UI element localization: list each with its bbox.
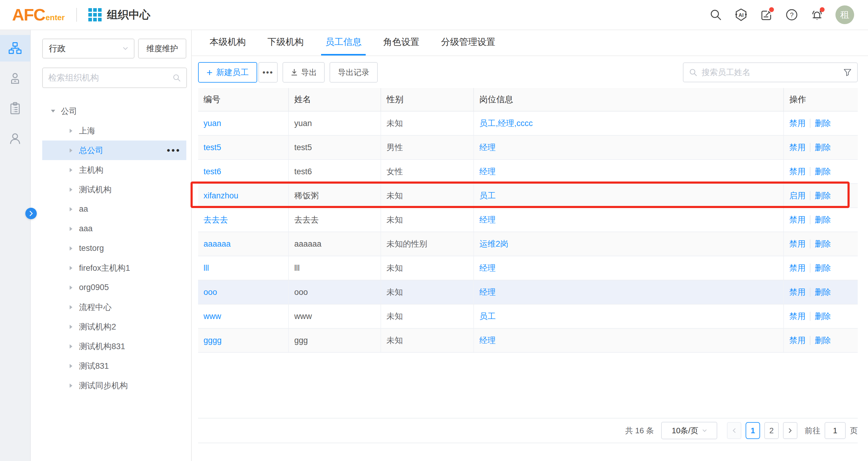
next-page-button[interactable] [783, 422, 798, 439]
disable-link[interactable]: 禁用 [789, 335, 806, 346]
delete-link[interactable]: 删除 [815, 239, 831, 249]
delete-link[interactable]: 删除 [815, 190, 831, 201]
delete-link[interactable]: 删除 [815, 335, 831, 346]
tab-employee-info[interactable]: 员工信息 [321, 30, 366, 56]
new-employee-button[interactable]: + 新建员工 [198, 62, 257, 83]
tree-item[interactable]: 测试机构2 [42, 317, 186, 336]
tree-item[interactable]: 测试机构 [42, 180, 186, 199]
caret-right-icon[interactable] [68, 227, 74, 231]
employee-id-link[interactable]: aaaaaa [198, 232, 289, 256]
dimension-select[interactable]: 行政 [42, 39, 134, 59]
positions-link[interactable]: 经理 [474, 136, 784, 159]
tree-item[interactable]: 流程中心 [42, 297, 186, 317]
disable-link[interactable]: 禁用 [789, 311, 806, 322]
employee-id-link[interactable]: gggg [198, 329, 289, 352]
caret-right-icon[interactable] [68, 344, 74, 348]
positions-link[interactable]: 员工 [474, 184, 784, 208]
delete-link[interactable]: 删除 [815, 142, 831, 153]
bell-icon[interactable] [810, 8, 824, 22]
delete-link[interactable]: 删除 [815, 311, 831, 322]
employee-id-link[interactable]: ooo [198, 280, 289, 304]
tree-item[interactable]: 测试同步机构 [42, 376, 186, 395]
caret-down-icon[interactable] [50, 110, 56, 113]
disable-link[interactable]: 禁用 [789, 118, 806, 129]
tab-role-settings[interactable]: 角色设置 [379, 30, 424, 56]
more-actions-icon[interactable]: ••• [167, 146, 181, 155]
employee-id-link[interactable]: test5 [198, 136, 289, 159]
tree-item[interactable]: 主机构 [42, 160, 186, 180]
employee-search-input[interactable] [702, 68, 843, 77]
caret-right-icon[interactable] [68, 207, 74, 211]
help-icon[interactable]: ? [785, 8, 799, 22]
employee-id-link[interactable]: test6 [198, 160, 289, 183]
avatar[interactable]: 租 [835, 5, 854, 24]
page-size-select[interactable]: 10条/页 [661, 422, 717, 439]
caret-right-icon[interactable] [68, 246, 74, 250]
employee-id-link[interactable]: xifanzhou [198, 184, 289, 208]
caret-right-icon[interactable] [68, 148, 74, 153]
more-actions-button[interactable]: ••• [258, 62, 278, 83]
export-records-button[interactable]: 导出记录 [330, 62, 378, 83]
panel-collapse-toggle[interactable] [25, 208, 37, 219]
caret-right-icon[interactable] [68, 168, 74, 172]
positions-link[interactable]: 经理 [474, 280, 784, 304]
delete-link[interactable]: 删除 [815, 214, 831, 225]
positions-link[interactable]: 运维2岗 [474, 232, 784, 256]
rail-item-users[interactable] [0, 125, 30, 152]
positions-link[interactable]: 员工,经理,cccc [474, 112, 784, 135]
delete-link[interactable]: 删除 [815, 287, 831, 298]
employee-id-link[interactable]: yuan [198, 112, 289, 135]
caret-right-icon[interactable] [68, 266, 74, 270]
tree-item[interactable]: 测试831 [42, 356, 186, 376]
prev-page-button[interactable] [727, 422, 741, 439]
tree-item[interactable]: 测试机构831 [42, 336, 186, 356]
disable-link[interactable]: 禁用 [789, 214, 806, 225]
caret-right-icon[interactable] [68, 383, 74, 388]
compose-icon[interactable] [760, 8, 773, 22]
caret-right-icon[interactable] [68, 188, 74, 192]
rail-item-records[interactable] [0, 95, 30, 122]
employee-id-link[interactable]: lll [198, 256, 289, 280]
tab-sub-org[interactable]: 下级机构 [263, 30, 308, 56]
goto-page-input[interactable] [825, 422, 846, 439]
employee-id-link[interactable]: 去去去 [198, 208, 289, 232]
caret-right-icon[interactable] [68, 364, 74, 368]
caret-right-icon[interactable] [68, 129, 74, 133]
tree-item[interactable]: aaa [42, 219, 186, 239]
export-button[interactable]: 导出 [282, 62, 325, 83]
disable-link[interactable]: 禁用 [789, 239, 806, 249]
tree-item[interactable]: firefox主机构1 [42, 258, 186, 278]
org-search-input[interactable] [48, 73, 173, 83]
positions-link[interactable]: 经理 [474, 256, 784, 280]
tree-item[interactable]: aa [42, 199, 186, 219]
employee-id-link[interactable]: www [198, 305, 289, 328]
delete-link[interactable]: 删除 [815, 118, 831, 129]
disable-link[interactable]: 禁用 [789, 263, 806, 273]
caret-right-icon[interactable] [68, 325, 74, 329]
disable-link[interactable]: 禁用 [789, 142, 806, 153]
tree-item[interactable]: org0905 [42, 278, 186, 297]
disable-link[interactable]: 禁用 [789, 166, 806, 177]
enable-link[interactable]: 启用 [789, 190, 806, 201]
disable-link[interactable]: 禁用 [789, 287, 806, 298]
delete-link[interactable]: 删除 [815, 263, 831, 273]
rail-item-employee[interactable] [0, 65, 30, 92]
tab-hierarchy-settings[interactable]: 分级管理设置 [437, 30, 500, 56]
page-number-1[interactable]: 1 [746, 422, 760, 439]
tab-current-org[interactable]: 本级机构 [205, 30, 250, 56]
rail-item-organization[interactable] [0, 35, 30, 62]
tree-item[interactable]: 上海 [42, 121, 186, 141]
tree-item[interactable]: testorg [42, 239, 186, 258]
dimension-maintain-button[interactable]: 维度维护 [138, 39, 186, 59]
caret-right-icon[interactable] [68, 285, 74, 290]
positions-link[interactable]: 经理 [474, 208, 784, 232]
page-number-2[interactable]: 2 [764, 422, 779, 439]
positions-link[interactable]: 经理 [474, 160, 784, 183]
caret-right-icon[interactable] [68, 305, 74, 309]
positions-link[interactable]: 经理 [474, 329, 784, 352]
tree-item-company[interactable]: 公司 [42, 101, 186, 121]
ai-assistant-icon[interactable]: AI [734, 8, 748, 22]
search-icon[interactable] [709, 8, 723, 22]
tree-item-selected[interactable]: 总公司 ••• [42, 141, 186, 160]
delete-link[interactable]: 删除 [815, 166, 831, 177]
